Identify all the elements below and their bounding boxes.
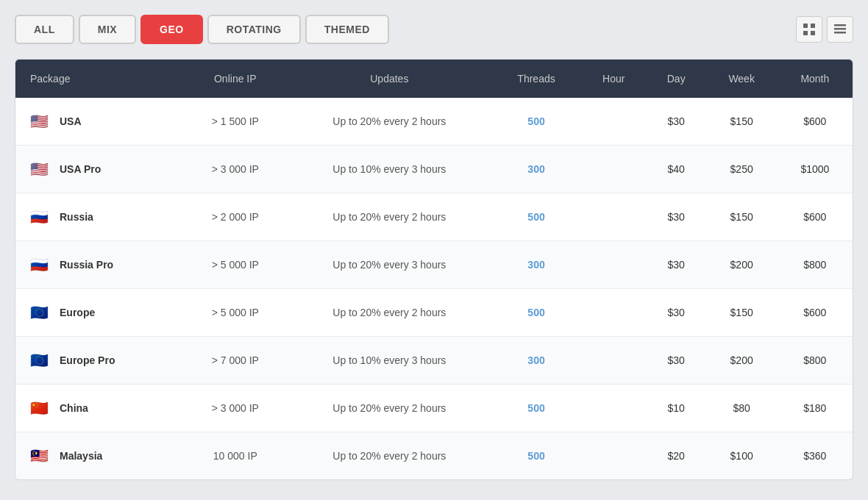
- cell-online-ip: > 1 500 IP: [183, 98, 287, 146]
- package-name: Europe: [60, 307, 95, 318]
- cell-threads: 500: [491, 98, 580, 146]
- table-row[interactable]: 🇺🇸 USA Pro > 3 000 IPUp to 10% every 3 h…: [15, 146, 853, 193]
- cell-hour: [581, 98, 647, 146]
- filter-tab-all[interactable]: ALL: [15, 15, 74, 44]
- proxy-table: Package Online IP Updates Threads Hour D…: [15, 60, 853, 479]
- cell-day: $20: [647, 432, 706, 480]
- grid-view-button[interactable]: [796, 16, 822, 43]
- cell-day: $30: [647, 98, 706, 146]
- table-row[interactable]: 🇪🇺 Europe Pro > 7 000 IPUp to 10% every …: [15, 337, 853, 385]
- flag-icon: 🇺🇸: [27, 110, 51, 133]
- flag-icon: 🇷🇺: [27, 253, 51, 276]
- cell-week: $200: [706, 337, 778, 385]
- filter-tab-geo[interactable]: GEO: [140, 15, 203, 44]
- cell-threads: 500: [491, 289, 580, 337]
- filter-tab-themed[interactable]: THEMED: [305, 15, 389, 44]
- svg-rect-0: [803, 24, 808, 28]
- filter-tab-rotating[interactable]: ROTATING: [207, 15, 301, 44]
- package-name: USA: [60, 115, 82, 127]
- cell-online-ip: > 7 000 IP: [183, 337, 287, 385]
- package-name: Russia: [60, 211, 93, 223]
- cell-threads: 500: [491, 193, 580, 241]
- flag-icon: 🇪🇺: [27, 349, 51, 372]
- cell-month: $600: [778, 98, 853, 146]
- cell-online-ip: > 2 000 IP: [183, 193, 287, 241]
- cell-month: $360: [778, 432, 853, 480]
- cell-threads: 500: [491, 385, 580, 432]
- cell-updates: Up to 20% every 2 hours: [287, 193, 491, 241]
- flag-icon: 🇪🇺: [27, 301, 51, 324]
- cell-hour: [581, 193, 647, 241]
- cell-threads: 500: [491, 432, 580, 480]
- cell-week: $200: [706, 241, 778, 289]
- cell-hour: [581, 289, 647, 337]
- cell-week: $250: [706, 146, 778, 193]
- cell-day: $30: [647, 289, 706, 337]
- col-header-online-ip: Online IP: [183, 60, 287, 98]
- cell-updates: Up to 20% every 2 hours: [287, 289, 491, 337]
- cell-hour: [581, 241, 647, 289]
- cell-day: $30: [647, 241, 706, 289]
- col-header-hour: Hour: [581, 60, 647, 98]
- cell-updates: Up to 20% every 2 hours: [287, 98, 491, 146]
- cell-hour: [581, 432, 647, 480]
- svg-rect-5: [834, 28, 846, 30]
- cell-day: $30: [647, 193, 706, 241]
- cell-hour: [581, 146, 647, 193]
- table-header-row: Package Online IP Updates Threads Hour D…: [15, 60, 853, 98]
- package-name: Russia Pro: [60, 259, 113, 271]
- table-row[interactable]: 🇺🇸 USA > 1 500 IPUp to 20% every 2 hours…: [15, 98, 853, 146]
- table-row[interactable]: 🇷🇺 Russia Pro > 5 000 IPUp to 20% every …: [15, 241, 853, 289]
- cell-month: $800: [778, 337, 853, 385]
- cell-package: 🇷🇺 Russia Pro: [15, 241, 183, 289]
- cell-updates: Up to 10% every 3 hours: [287, 146, 491, 193]
- table-row[interactable]: 🇨🇳 China > 3 000 IPUp to 20% every 2 hou…: [15, 385, 853, 432]
- cell-online-ip: > 5 000 IP: [183, 241, 287, 289]
- table-row[interactable]: 🇲🇾 Malaysia 10 000 IPUp to 20% every 2 h…: [15, 432, 853, 480]
- cell-online-ip: > 3 000 IP: [183, 385, 287, 432]
- col-header-package: Package: [15, 60, 183, 98]
- col-header-updates: Updates: [287, 60, 491, 98]
- cell-day: $30: [647, 337, 706, 385]
- filter-tabs: ALLMIXGEOROTATINGTHEMED: [15, 15, 389, 44]
- package-name: USA Pro: [60, 163, 101, 175]
- svg-rect-1: [811, 24, 815, 28]
- cell-package: 🇪🇺 Europe Pro: [15, 337, 183, 385]
- cell-month: $800: [778, 241, 853, 289]
- cell-threads: 300: [491, 337, 580, 385]
- flag-icon: 🇷🇺: [27, 205, 51, 229]
- cell-package: 🇲🇾 Malaysia: [15, 432, 183, 480]
- cell-day: $10: [647, 385, 706, 432]
- cell-online-ip: > 3 000 IP: [183, 146, 287, 193]
- cell-updates: Up to 10% every 3 hours: [287, 337, 491, 385]
- table-row[interactable]: 🇪🇺 Europe > 5 000 IPUp to 20% every 2 ho…: [15, 289, 853, 337]
- flag-icon: 🇲🇾: [27, 444, 51, 468]
- cell-week: $150: [706, 98, 778, 146]
- col-header-week: Week: [706, 60, 778, 98]
- cell-updates: Up to 20% every 2 hours: [287, 385, 491, 432]
- cell-week: $150: [706, 193, 778, 241]
- col-header-day: Day: [647, 60, 706, 98]
- package-name: Malaysia: [60, 450, 102, 462]
- cell-week: $150: [706, 289, 778, 337]
- col-header-month: Month: [778, 60, 853, 98]
- svg-rect-4: [834, 24, 846, 26]
- cell-updates: Up to 20% every 3 hours: [287, 241, 491, 289]
- cell-month: $600: [778, 289, 853, 337]
- package-name: China: [60, 402, 88, 414]
- cell-threads: 300: [491, 241, 580, 289]
- cell-online-ip: 10 000 IP: [183, 432, 287, 480]
- cell-week: $80: [706, 385, 778, 432]
- cell-month: $600: [778, 193, 853, 241]
- cell-package: 🇺🇸 USA: [15, 98, 183, 146]
- cell-threads: 300: [491, 146, 580, 193]
- cell-hour: [581, 385, 647, 432]
- cell-package: 🇺🇸 USA Pro: [15, 146, 183, 193]
- cell-package: 🇨🇳 China: [15, 385, 183, 432]
- table-row[interactable]: 🇷🇺 Russia > 2 000 IPUp to 20% every 2 ho…: [15, 193, 853, 241]
- flag-icon: 🇺🇸: [27, 157, 51, 181]
- proxy-table-container: Package Online IP Updates Threads Hour D…: [15, 59, 853, 480]
- filter-tab-mix[interactable]: MIX: [79, 15, 136, 44]
- svg-rect-3: [811, 31, 815, 35]
- list-view-button[interactable]: [827, 16, 853, 43]
